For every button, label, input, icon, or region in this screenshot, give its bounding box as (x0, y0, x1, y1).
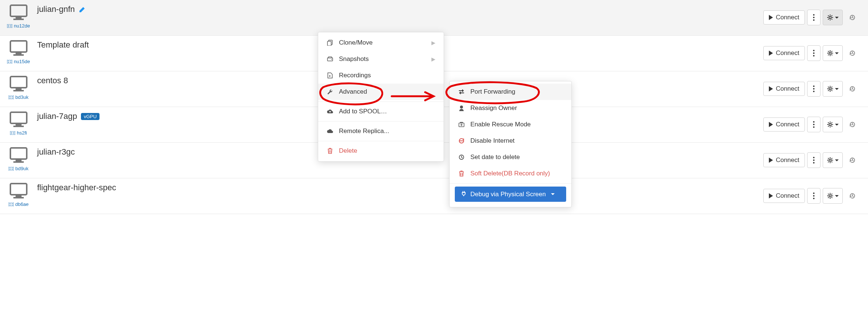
menu-recordings[interactable]: Recordings (318, 67, 444, 84)
node-badge[interactable]: bd9uk (9, 166, 28, 171)
submenu-disable-internet[interactable]: Disable Internet (450, 133, 571, 149)
menu-divider (450, 183, 571, 184)
node-id: nu15de (14, 59, 30, 64)
history-icon (849, 192, 856, 199)
connect-button[interactable]: Connect (763, 117, 805, 132)
gear-dropdown-button[interactable] (823, 117, 843, 132)
connect-button[interactable]: Connect (763, 189, 805, 203)
play-icon (769, 15, 773, 20)
connect-label: Connect (776, 121, 799, 128)
vm-name: flightgear-higher-spec (37, 183, 116, 192)
vm-row[interactable]: db6ae flightgear-higher-spec Connect (0, 178, 868, 214)
vm-actions: Connect (763, 3, 863, 25)
kebab-button[interactable] (807, 188, 820, 204)
history-button[interactable] (845, 45, 860, 61)
play-icon (769, 51, 773, 56)
history-icon (849, 14, 856, 21)
history-icon (849, 85, 856, 92)
slots-icon (10, 131, 15, 135)
history-button[interactable] (845, 10, 860, 25)
node-badge[interactable]: nu12de (7, 23, 30, 29)
cloud-upload-icon (326, 109, 334, 114)
exchange-icon (458, 89, 465, 94)
drive-icon (326, 56, 334, 62)
svg-point-12 (331, 59, 332, 60)
menu-advanced[interactable]: Advanced (318, 84, 444, 100)
caret-down-icon (835, 17, 839, 19)
vm-row[interactable]: nu12de julian-gnfn Connect (0, 0, 868, 36)
gear-dropdown-button[interactable] (823, 188, 843, 204)
medkit-icon (458, 122, 465, 127)
history-button[interactable] (845, 81, 860, 97)
monitor-icon (9, 40, 28, 56)
gear-dropdown-button[interactable] (823, 45, 843, 61)
menu-clone-move[interactable]: Clone/Move ▶ (318, 35, 444, 51)
caret-down-icon (835, 88, 839, 90)
node-id: hs2fi (17, 130, 27, 136)
history-button[interactable] (845, 188, 860, 204)
play-icon (769, 193, 773, 198)
caret-down-icon (835, 52, 839, 54)
submenu-reassign-owner[interactable]: Reassign Owner (450, 100, 571, 116)
cloud-icon (326, 129, 334, 133)
kebab-button[interactable] (807, 81, 820, 97)
monitor-icon (9, 111, 28, 128)
menu-label: Snapshots (339, 55, 369, 63)
history-icon (849, 50, 856, 56)
history-button[interactable] (845, 152, 860, 168)
vm-name: julian-gnfn (37, 4, 75, 14)
chevron-right-icon: ▶ (431, 40, 435, 46)
connect-button[interactable]: Connect (763, 82, 805, 96)
history-button[interactable] (845, 117, 860, 132)
node-id: db6ae (15, 201, 29, 207)
kebab-button[interactable] (807, 10, 820, 25)
svg-point-13 (460, 106, 463, 109)
gear-dropdown-button[interactable] (823, 10, 843, 25)
machine-indicator: db6ae (5, 181, 32, 207)
pencil-icon[interactable] (79, 6, 86, 13)
machine-indicator: nu12de (5, 3, 32, 29)
gear-icon (827, 121, 833, 128)
node-badge[interactable]: hs2fi (10, 130, 27, 136)
kebab-button[interactable] (807, 117, 820, 132)
gear-dropdown-button[interactable] (823, 152, 843, 168)
user-icon (458, 105, 465, 111)
submenu-set-date-delete[interactable]: Set date to delete (450, 149, 571, 165)
menu-divider (318, 101, 444, 102)
submenu-port-forwarding[interactable]: Port Forwarding (450, 84, 571, 100)
kebab-button[interactable] (807, 152, 820, 168)
vm-actions: Connect (763, 74, 863, 97)
node-badge[interactable]: bd3uk (9, 94, 28, 100)
connect-button[interactable]: Connect (763, 153, 805, 167)
machine-indicator: hs2fi (5, 110, 32, 136)
connect-label: Connect (776, 49, 799, 57)
gear-dropdown-button[interactable] (823, 81, 843, 97)
kebab-icon (813, 50, 815, 56)
connect-button[interactable]: Connect (763, 46, 805, 60)
gear-icon (827, 85, 833, 92)
menu-snapshots[interactable]: Snapshots ▶ (318, 51, 444, 67)
connect-button[interactable]: Connect (763, 10, 805, 25)
connect-label: Connect (776, 14, 799, 21)
machine-indicator: bd3uk (5, 74, 32, 100)
kebab-button[interactable] (807, 45, 820, 61)
submenu-soft-delete[interactable]: Soft Delete(DB Record only) (450, 165, 571, 182)
menu-delete[interactable]: Delete (318, 143, 444, 159)
menu-label: Remote Replica... (339, 127, 389, 135)
monitor-icon (9, 183, 28, 199)
chevron-right-icon: ▶ (431, 56, 435, 62)
clock-icon (458, 154, 465, 160)
caret-down-icon (835, 195, 839, 197)
menu-remote-replica[interactable]: Remote Replica... (318, 123, 444, 139)
debug-physical-screen-button[interactable]: Debug via Physical Screen (455, 187, 566, 202)
slots-icon (9, 167, 14, 171)
menu-label: Add to SPOOL… (339, 108, 387, 115)
node-badge[interactable]: nu15de (7, 59, 30, 64)
menu-add-spool[interactable]: Add to SPOOL… (318, 103, 444, 120)
vm-name: centos 8 (37, 76, 68, 85)
machine-indicator: bd9uk (5, 146, 32, 171)
node-badge[interactable]: db6ae (9, 201, 29, 207)
node-id: bd9uk (15, 166, 28, 171)
submenu-rescue-mode[interactable]: Enable Rescue Mode (450, 116, 571, 133)
kebab-icon (813, 192, 815, 199)
